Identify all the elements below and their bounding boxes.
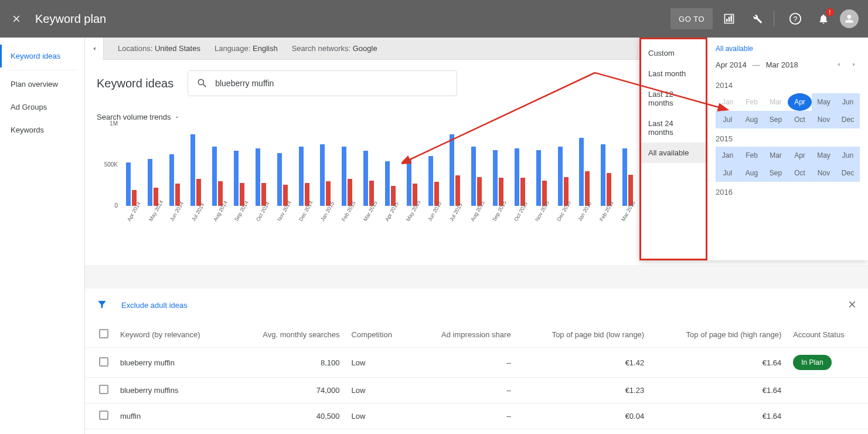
bar <box>579 138 584 206</box>
bar <box>407 159 411 206</box>
date-range-row: Apr 2014 — Mar 2018 <box>716 59 860 70</box>
row-checkbox[interactable] <box>99 385 108 394</box>
cell-high: €1.64 <box>650 429 787 435</box>
tools-button[interactable] <box>746 7 769 30</box>
calendar-month[interactable]: Apr <box>788 93 812 111</box>
calendar-month[interactable]: Feb <box>740 147 764 164</box>
cell-imp: – <box>413 348 517 378</box>
wrench-icon <box>751 13 763 25</box>
table-header-row: Keyword (by relevance)Avg. monthly searc… <box>85 322 868 348</box>
bar <box>515 148 519 206</box>
page-title: Keyword ideas <box>97 77 173 90</box>
date-to[interactable]: Mar 2018 <box>766 60 798 69</box>
reports-button[interactable] <box>717 7 741 30</box>
sidebar-item-plan-overview[interactable]: Plan overview <box>0 73 84 96</box>
bar <box>277 153 282 206</box>
collapse-sidebar-button[interactable] <box>85 38 104 60</box>
bar <box>148 159 152 206</box>
keyword-search[interactable] <box>188 70 457 96</box>
calendar-month: Mar <box>764 93 788 111</box>
date-range-popover: CustomLast monthLast 12 monthsLast 24 mo… <box>639 38 868 260</box>
svg-rect-0 <box>726 19 728 22</box>
bar <box>471 147 476 206</box>
calendar-month[interactable]: Apr <box>788 147 812 164</box>
cell-keyword: blueberry muffin <box>114 348 232 378</box>
calendar-month[interactable]: Nov <box>812 164 836 182</box>
calendar-month[interactable]: Dec <box>836 111 860 128</box>
calendar-month[interactable]: Jan <box>716 147 740 164</box>
table-header[interactable]: Ad impression share <box>413 322 517 348</box>
calendar-month[interactable]: Aug <box>740 111 764 128</box>
calendar-month[interactable]: Sep <box>764 111 788 128</box>
locations-setting[interactable]: Locations: United States <box>118 44 200 53</box>
separator <box>774 11 774 27</box>
sidebar-item-ad-groups[interactable]: Ad Groups <box>0 96 84 118</box>
calendar-month[interactable]: May <box>812 93 836 111</box>
prev-range-button[interactable] <box>833 59 845 70</box>
notifications-button[interactable] <box>812 7 835 30</box>
keyword-search-input[interactable] <box>215 79 448 88</box>
calendar-month[interactable]: Aug <box>740 164 764 182</box>
date-from[interactable]: Apr 2014 <box>716 60 747 69</box>
search-networks-setting[interactable]: Search networks: Google <box>292 44 377 53</box>
cell-avg: 40,500 <box>232 404 346 429</box>
row-checkbox[interactable] <box>99 411 108 420</box>
cell-imp: – <box>413 429 517 435</box>
sidebar-item-keyword-ideas[interactable]: Keyword ideas <box>0 45 84 67</box>
next-range-button[interactable] <box>848 59 860 70</box>
cell-comp: Low <box>346 348 413 378</box>
filter-button[interactable] <box>97 299 107 311</box>
table-header[interactable]: Avg. monthly searches <box>232 322 346 348</box>
table-header[interactable]: Top of page bid (high range) <box>650 322 787 348</box>
bell-icon <box>818 13 829 25</box>
calendar-month[interactable]: May <box>812 147 836 164</box>
date-preset-last-24-months[interactable]: Last 24 months <box>641 113 706 143</box>
table-header[interactable]: Top of page bid (low range) <box>517 322 651 348</box>
account-avatar[interactable] <box>840 9 859 28</box>
calendar-month[interactable]: Jun <box>836 147 860 164</box>
search-icon <box>196 77 208 89</box>
filter-icon <box>97 299 107 310</box>
date-preset-last-12-months[interactable]: Last 12 months <box>641 84 706 113</box>
language-setting[interactable]: Language: English <box>215 44 278 53</box>
app-title: Keyword plan <box>35 12 106 26</box>
row-checkbox[interactable] <box>99 357 108 367</box>
table-header[interactable]: Keyword (by relevance) <box>114 322 232 348</box>
calendar-month[interactable]: Mar <box>764 147 788 164</box>
close-button[interactable] <box>9 12 23 26</box>
calendar-month[interactable]: Dec <box>836 164 860 182</box>
exclude-adult-link[interactable]: Exclude adult ideas <box>121 301 188 310</box>
chevron-down-icon <box>174 114 180 120</box>
cell-imp: – <box>413 378 517 404</box>
select-all-checkbox[interactable] <box>99 329 108 338</box>
calendar-month[interactable]: Sep <box>764 164 788 182</box>
table-header[interactable]: Competition <box>346 322 413 348</box>
main-content: Locations: United States Language: Engli… <box>85 38 868 434</box>
y-tick: 0 <box>97 202 118 209</box>
bar <box>169 154 174 206</box>
date-preset-last-month[interactable]: Last month <box>641 63 706 84</box>
sidebar-item-keywords[interactable]: Keywords <box>0 118 84 141</box>
bar <box>536 150 541 206</box>
close-panel-button[interactable] <box>847 299 857 311</box>
cell-keyword: blueberry muffin recipe <box>114 429 232 435</box>
close-icon <box>847 299 857 310</box>
bar <box>342 147 346 206</box>
goto-button[interactable]: GO TO <box>670 8 713 29</box>
help-icon: ? <box>789 12 802 25</box>
bar <box>256 148 260 206</box>
sidebar-divider <box>8 70 76 70</box>
date-preset-all-available[interactable]: All available <box>641 143 706 163</box>
calendar-month[interactable]: Jul <box>716 111 740 128</box>
date-preset-custom[interactable]: Custom <box>641 43 706 63</box>
calendar-month[interactable]: Oct <box>788 164 812 182</box>
bar <box>126 162 131 206</box>
help-button[interactable]: ? <box>784 7 807 30</box>
calendar-month[interactable]: Nov <box>812 111 836 128</box>
cell-comp: Low <box>346 404 413 429</box>
calendar-month[interactable]: Jun <box>836 93 860 111</box>
calendar-month[interactable]: Oct <box>788 111 812 128</box>
table-header[interactable]: Account Status <box>787 322 868 348</box>
calendar-month[interactable]: Jul <box>716 164 740 182</box>
bar <box>299 147 304 206</box>
